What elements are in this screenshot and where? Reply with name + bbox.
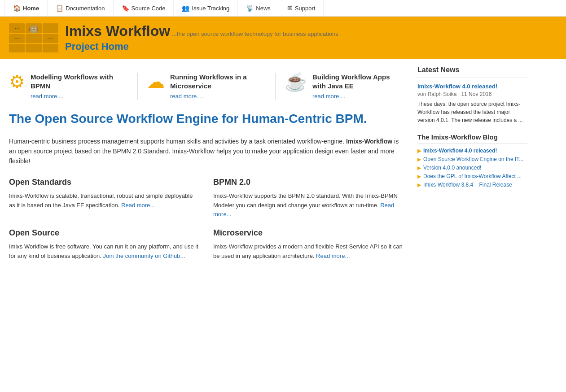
divider-2	[275, 73, 276, 100]
feature-bpmn-title: Modelling Workflows with BPMN	[31, 73, 128, 90]
blog-item-link-4[interactable]: Imixs-Workflow 3.8.4 – Final Release	[423, 182, 512, 188]
blog-title: The Imixs-Workflow Blog	[417, 133, 527, 144]
logo-cell-9	[43, 44, 58, 53]
latest-news-block: Latest News Imixs-Workflow 4.0 released!…	[417, 66, 527, 124]
documentation-nav-label: Documentation	[66, 5, 105, 12]
logo-cell-7	[9, 44, 25, 53]
nav-item-issue-tracking[interactable]: 👥Issue Tracking	[174, 0, 238, 16]
bpmn-title: BPMN 2.0	[213, 178, 404, 187]
home-nav-label: Home	[23, 5, 39, 12]
intro-text-start: Human-centric business process managemen…	[9, 138, 346, 145]
open-standards-text: Imixs-Workflow is scalable, transactiona…	[9, 192, 200, 210]
news-item-link[interactable]: Imixs-Workflow 4.0 released!	[417, 83, 497, 90]
content-area: ⚙ Modelling Workflows with BPMN read mor…	[0, 59, 413, 270]
microservice-title: Microservice	[213, 228, 404, 238]
feature-card-java: ☕ Building Workflow Apps with Java EE re…	[285, 73, 404, 100]
feature-card-microservice-text: Running Workflows in a Microservice read…	[170, 73, 266, 100]
nav-item-news[interactable]: 📡News	[238, 0, 279, 16]
issue-tracking-nav-label: Issue Tracking	[192, 5, 229, 12]
feature-cards: ⚙ Modelling Workflows with BPMN read mor…	[9, 68, 404, 100]
feature-card-microservice: ☁ Running Workflows in a Microservice re…	[147, 73, 266, 100]
feature-card-bpmn-text: Modelling Workflows with BPMN read more.…	[31, 73, 128, 100]
microservice-text: Imixs-Workflow provides a modern and fle…	[213, 242, 404, 261]
bpmn-text: Imixs-Workflow supports the BPMN 2.0 sta…	[213, 192, 404, 219]
feature-microservice-link[interactable]: read more....	[170, 93, 203, 100]
site-header: ··· 🤖 — — Imixs Workflow ...the open sou…	[0, 17, 566, 59]
blog-item-link-3[interactable]: Does the GPL of Imixs-Workflow Affect ..…	[423, 173, 522, 179]
logo-cell-2: 🤖	[26, 23, 41, 33]
feature-java-link[interactable]: read more....	[312, 93, 346, 100]
header-text: Imixs Workflow ...the open source workfl…	[65, 23, 557, 52]
cloud-icon: ☁	[147, 73, 165, 91]
sections-grid: Open Standards Imixs-Workflow is scalabl…	[9, 178, 404, 261]
microservice-link[interactable]: Read more...	[316, 253, 350, 259]
blog-item-link-1[interactable]: Open Source Workflow Engine on the IT...	[423, 156, 523, 162]
main-heading: The Open Source Workflow Engine for Huma…	[9, 111, 404, 127]
nav-item-support[interactable]: ✉Support	[279, 0, 324, 16]
news-meta: von Ralph Soika · 11 Nov 2016	[417, 91, 527, 97]
blog-arrow-icon: ▶	[417, 182, 421, 188]
support-nav-icon: ✉	[287, 4, 293, 12]
source-code-nav-icon: 🔖	[122, 4, 129, 12]
news-excerpt: These days, the open source project Imix…	[417, 100, 527, 124]
blog-arrow-icon: ▶	[417, 165, 421, 171]
logo-cell-8	[26, 44, 41, 53]
blog-arrow-icon: ▶	[417, 157, 421, 162]
documentation-nav-icon: 📋	[56, 4, 63, 12]
coffee-icon: ☕	[285, 73, 307, 91]
feature-card-java-text: Building Workflow Apps with Java EE read…	[312, 73, 404, 100]
blog-section: The Imixs-Workflow Blog ▶Imixs-Workflow …	[417, 133, 527, 188]
nav-item-source-code[interactable]: 🔖Source Code	[114, 0, 174, 16]
gear-icon: ⚙	[9, 73, 25, 91]
feature-card-bpmn: ⚙ Modelling Workflows with BPMN read mor…	[9, 73, 128, 100]
blog-list-item: ▶Version 4.0.0 anounced!	[417, 165, 527, 171]
blog-arrow-icon: ▶	[417, 174, 421, 179]
blog-list-item: ▶Open Source Workflow Engine on the IT..…	[417, 156, 527, 162]
main-wrapper: ⚙ Modelling Workflows with BPMN read mor…	[0, 59, 566, 270]
section-microservice: Microservice Imixs-Workflow provides a m…	[213, 228, 404, 261]
open-source-text: Imixs Workflow is free software. You can…	[9, 242, 200, 261]
main-nav: 🏠Home📋Documentation🔖Source Code👥Issue Tr…	[0, 0, 566, 17]
open-source-title: Open Source	[9, 228, 200, 238]
logo-cell-5	[26, 34, 41, 43]
blog-list-item: ▶Imixs-Workflow 4.0 released!	[417, 148, 527, 154]
blog-item-link-2[interactable]: Version 4.0.0 anounced!	[423, 165, 481, 171]
logo-cell-3	[43, 23, 58, 33]
news-nav-label: News	[256, 5, 271, 12]
support-nav-label: Support	[295, 5, 316, 12]
section-bpmn: BPMN 2.0 Imixs-Workflow supports the BPM…	[213, 178, 404, 219]
blog-arrow-icon: ▶	[417, 148, 421, 154]
feature-microservice-title: Running Workflows in a Microservice	[170, 73, 266, 90]
home-nav-icon: 🏠	[13, 4, 21, 12]
divider-1	[137, 73, 138, 100]
logo: ··· 🤖 — —	[9, 23, 58, 52]
section-open-standards: Open Standards Imixs-Workflow is scalabl…	[9, 178, 200, 219]
section-open-source: Open Source Imixs Workflow is free softw…	[9, 228, 200, 261]
blog-item-link-0[interactable]: Imixs-Workflow 4.0 released!	[423, 148, 497, 154]
latest-news-title: Latest News	[417, 66, 527, 78]
site-subtitle: ...the open source workflow technology f…	[172, 30, 338, 37]
nav-item-home[interactable]: 🏠Home	[4, 0, 48, 16]
news-nav-icon: 📡	[246, 4, 254, 12]
logo-cell-1: ···	[9, 23, 25, 33]
intro-paragraph: Human-centric business process managemen…	[9, 136, 404, 166]
feature-bpmn-link[interactable]: read more....	[31, 93, 64, 100]
intro-bold: Imixs-Workflow	[346, 138, 392, 145]
feature-java-title: Building Workflow Apps with Java EE	[312, 73, 404, 90]
blog-list-item: ▶Imixs-Workflow 3.8.4 – Final Release	[417, 182, 527, 188]
nav-item-documentation[interactable]: 📋Documentation	[48, 0, 113, 16]
logo-cell-4: —	[9, 34, 25, 43]
source-code-nav-label: Source Code	[132, 5, 166, 12]
open-source-link[interactable]: Join the community on Github...	[103, 253, 185, 259]
sidebar: Latest News Imixs-Workflow 4.0 released!…	[413, 59, 534, 270]
open-standards-title: Open Standards	[9, 178, 200, 187]
issue-tracking-nav-icon: 👥	[182, 4, 189, 12]
open-standards-link[interactable]: Read more...	[121, 202, 155, 209]
project-label: Project Home	[65, 41, 557, 52]
site-title: Imixs Workflow	[65, 23, 170, 39]
blog-list: ▶Imixs-Workflow 4.0 released!▶Open Sourc…	[417, 148, 527, 188]
blog-list-item: ▶Does the GPL of Imixs-Workflow Affect .…	[417, 173, 527, 179]
logo-cell-6: —	[43, 34, 58, 43]
